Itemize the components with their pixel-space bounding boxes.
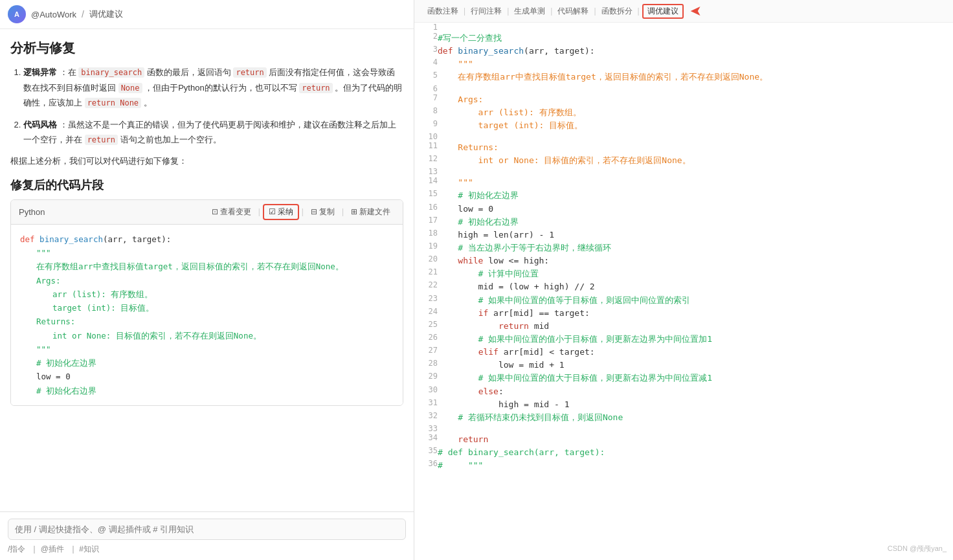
table-row: 7 Args: xyxy=(414,93,953,106)
analysis-text: 逻辑异常 ：在 binary_search 函数的最后，返回语句 return … xyxy=(10,65,403,148)
copy-icon: ⊟ xyxy=(311,207,317,216)
table-row: 35# def binary_search(arr, target): xyxy=(414,446,953,459)
line-table: 12#写一个二分查找3def binary_search(arr, target… xyxy=(414,23,953,472)
code-binary-search: binary_search xyxy=(78,67,144,78)
code-body: def binary_search(arr, target): """ 在有序数… xyxy=(11,225,403,405)
hint-command[interactable]: /指令 xyxy=(8,544,25,555)
code-lang: Python xyxy=(19,207,45,217)
table-row: 36# """ xyxy=(414,459,953,472)
table-row: 34 return xyxy=(414,433,953,446)
table-row: 3def binary_search(arr, target): xyxy=(414,45,953,58)
code-return1: return xyxy=(233,67,266,78)
code-block: Python ⊡ 查看变更 | ☑ 采纳 | ⊟ xyxy=(10,199,403,406)
code-actions: ⊡ 查看变更 | ☑ 采纳 | ⊟ 复制 | xyxy=(207,204,395,220)
fixed-code-section: 修复后的代码片段 Python ⊡ 查看变更 | ☑ 采纳 xyxy=(10,177,403,406)
table-row: 29 # 如果中间位置的值大于目标值，则更新右边界为中间位置减1 xyxy=(414,372,953,385)
table-row: 24 if arr[mid] == target: xyxy=(414,307,953,320)
table-row: 12 int or None: 目标值的索引，若不存在则返回None。 xyxy=(414,154,953,167)
adopt-icon: ☑ xyxy=(269,207,276,216)
code-none1: None xyxy=(118,83,142,93)
code-return3: return xyxy=(85,135,118,145)
table-row: 15 # 初始化左边界 xyxy=(414,189,953,202)
table-row: 19 # 当左边界小于等于右边界时，继续循环 xyxy=(414,241,953,254)
summary-text: 根据上述分析，我们可以对代码进行如下修复： xyxy=(10,154,403,168)
right-panel: 函数注释 | 行间注释 | 生成单测 | 代码解释 | 函数拆分 | 调优建议 … xyxy=(414,0,953,560)
username-label: @AutoWork xyxy=(31,10,76,19)
table-row: 1 xyxy=(414,23,953,32)
left-panel: A @AutoWork / 调优建议 分析与修复 逻辑异常 ：在 binary_… xyxy=(0,0,414,560)
analysis-item2-label: 代码风格 xyxy=(23,120,57,129)
editor-toolbar: 函数注释 | 行间注释 | 生成单测 | 代码解释 | 函数拆分 | 调优建议 … xyxy=(414,0,953,23)
table-row: 16 low = 0 xyxy=(414,203,953,216)
chat-content: 分析与修复 逻辑异常 ：在 binary_search 函数的最后，返回语句 r… xyxy=(0,29,414,511)
table-row: 6 xyxy=(414,84,953,93)
code-editor: 12#写一个二分查找3def binary_search(arr, target… xyxy=(414,23,953,560)
toolbar-code-explain[interactable]: 代码解释 xyxy=(555,5,591,18)
table-row: 10 xyxy=(414,132,953,141)
table-row: 27 elif arr[mid] < target: xyxy=(414,346,953,359)
table-row: 20 while low <= high: xyxy=(414,254,953,267)
table-row: 11 Returns: xyxy=(414,141,953,154)
code-return-none: return None xyxy=(85,98,141,108)
toolbar-func-split[interactable]: 函数拆分 xyxy=(599,5,635,18)
section2-title: 修复后的代码片段 xyxy=(10,177,403,193)
toolbar-gen-test[interactable]: 生成单测 xyxy=(511,5,548,18)
top-bar: A @AutoWork / 调优建议 xyxy=(0,0,414,29)
bottom-hints: /指令 ｜ @插件 ｜ #知识 xyxy=(8,544,406,555)
table-row: 9 target (int): 目标值。 xyxy=(414,119,953,132)
table-row: 25 return mid xyxy=(414,320,953,333)
table-row: 5 在有序数组arr中查找目标值target，返回目标值的索引，若不存在则返回N… xyxy=(414,71,953,84)
table-row: 17 # 初始化右边界 xyxy=(414,216,953,229)
table-row: 8 arr (list): 有序数组。 xyxy=(414,106,953,119)
red-arrow-icon: ➤ xyxy=(690,3,702,19)
table-row: 4 """ xyxy=(414,58,953,71)
table-row: 21 # 计算中间位置 xyxy=(414,267,953,280)
code-block-header: Python ⊡ 查看变更 | ☑ 采纳 | ⊟ xyxy=(11,200,403,225)
tag-label: 调优建议 xyxy=(89,8,123,20)
toolbar-optimize[interactable]: 调优建议 xyxy=(642,4,684,19)
table-row: 26 # 如果中间位置的值小于目标值，则更新左边界为中间位置加1 xyxy=(414,333,953,346)
hint-knowledge[interactable]: ｜ #知识 xyxy=(69,544,99,555)
table-row: 30 else: xyxy=(414,385,953,398)
logo-icon: A xyxy=(8,5,26,23)
table-row: 23 # 如果中间位置的值等于目标值，则返回中间位置的索引 xyxy=(414,294,953,307)
table-row: 14 """ xyxy=(414,176,953,189)
view-changes-btn[interactable]: ⊡ 查看变更 xyxy=(207,205,256,219)
view-changes-icon: ⊡ xyxy=(212,207,218,216)
table-row: 18 high = len(arr) - 1 xyxy=(414,229,953,241)
table-row: 33 xyxy=(414,424,953,433)
new-file-icon: ⊞ xyxy=(351,207,357,216)
table-row: 13 xyxy=(414,167,953,176)
toolbar-func-comment[interactable]: 函数注释 xyxy=(425,5,461,18)
analysis-item1-label: 逻辑异常 xyxy=(23,67,57,77)
table-row: 32 # 若循环结束仍未找到目标值，则返回None xyxy=(414,411,953,424)
hint-plugin[interactable]: ｜ @插件 xyxy=(30,544,64,555)
chat-input[interactable] xyxy=(8,519,406,540)
table-row: 2#写一个二分查找 xyxy=(414,32,953,45)
code-return2: return xyxy=(299,83,332,93)
bottom-input-area: ➤ /指令 ｜ @插件 ｜ #知识 xyxy=(0,511,414,560)
separator: / xyxy=(82,9,84,19)
copy-btn[interactable]: ⊟ 复制 xyxy=(306,205,339,219)
table-row: 28 low = mid + 1 xyxy=(414,359,953,372)
adopt-btn[interactable]: ☑ 采纳 xyxy=(263,204,299,220)
table-row: 22 mid = (low + high) // 2 xyxy=(414,280,953,293)
watermark: CSDN @颅颅yan_ xyxy=(888,544,947,554)
section1-title: 分析与修复 xyxy=(10,39,403,57)
table-row: 31 high = mid - 1 xyxy=(414,398,953,411)
new-file-btn[interactable]: ⊞ 新建文件 xyxy=(346,205,395,219)
toolbar-line-comment[interactable]: 行间注释 xyxy=(468,5,504,18)
